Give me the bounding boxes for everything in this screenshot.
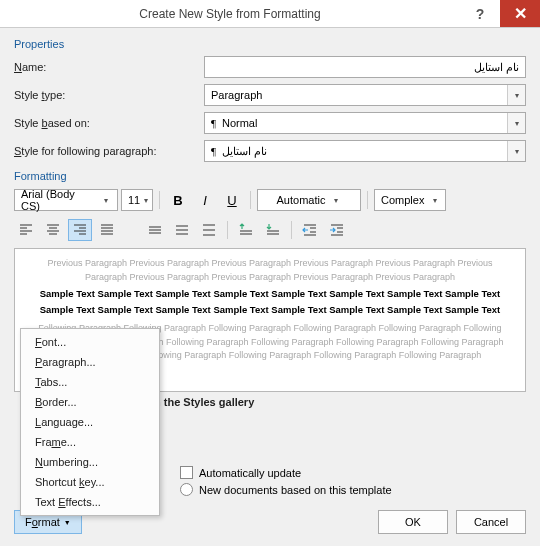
format-menu-tabs[interactable]: Tabs... [21, 372, 159, 392]
chevron-down-icon: ▾ [99, 190, 113, 210]
format-menu: Font... Paragraph... Tabs... Border... L… [20, 328, 160, 516]
following-style-select[interactable]: ¶ نام استایل ▾ [204, 140, 526, 162]
new-documents-label: New documents based on this template [199, 484, 392, 496]
format-menu-frame[interactable]: Frame... [21, 432, 159, 452]
formatting-toolbar-1: Arial (Body CS) ▾ 11 ▾ B I U Automatic ▾… [14, 188, 526, 212]
italic-button[interactable]: I [193, 189, 217, 211]
preview-previous-text: Previous Paragraph Previous Paragraph Pr… [27, 257, 513, 284]
justify-button[interactable] [95, 219, 119, 241]
ok-button[interactable]: OK [378, 510, 448, 534]
titlebar-buttons: ? ✕ [460, 0, 540, 27]
underline-button[interactable]: U [220, 189, 244, 211]
increase-indent-button[interactable] [325, 219, 349, 241]
chevron-down-icon: ▾ [507, 85, 525, 105]
paragraph-mark-icon: ¶ [211, 117, 216, 129]
name-label: Name: [14, 61, 204, 73]
format-menu-language[interactable]: Language... [21, 412, 159, 432]
space-before-increase-button[interactable] [234, 219, 258, 241]
align-center-button[interactable] [41, 219, 65, 241]
new-documents-radio[interactable] [180, 483, 193, 496]
paragraph-mark-icon: ¶ [211, 145, 216, 157]
align-right-button[interactable] [68, 219, 92, 241]
format-menu-font[interactable]: Font... [21, 332, 159, 352]
preview-sample-text: Sample Text Sample Text Sample Text Samp… [27, 286, 513, 318]
auto-update-label: Automatically update [199, 467, 301, 479]
chevron-down-icon: ▾ [507, 113, 525, 133]
chevron-down-icon: ▾ [144, 190, 148, 210]
name-input[interactable] [204, 56, 526, 78]
based-on-label: Style based on: [14, 117, 204, 129]
line-spacing-2-button[interactable] [197, 219, 221, 241]
format-menu-shortcut-key[interactable]: Shortcut key... [21, 472, 159, 492]
script-select[interactable]: Complex ▾ [374, 189, 446, 211]
bottom-options: Automatically update New documents based… [180, 466, 392, 500]
chevron-down-icon: ▾ [507, 141, 525, 161]
style-type-select[interactable]: Paragraph ▾ [204, 84, 526, 106]
space-before-decrease-button[interactable] [261, 219, 285, 241]
formatting-section-label: Formatting [14, 170, 526, 182]
format-menu-paragraph[interactable]: Paragraph... [21, 352, 159, 372]
chevron-down-icon: ▾ [428, 190, 441, 210]
cancel-button[interactable]: Cancel [456, 510, 526, 534]
line-spacing-15-button[interactable] [170, 219, 194, 241]
dialog-body: Properties Name: Style type: Paragraph ▾… [0, 28, 540, 546]
style-type-label: Style type: [14, 89, 204, 101]
format-menu-numbering[interactable]: Numbering... [21, 452, 159, 472]
close-button[interactable]: ✕ [500, 0, 540, 27]
align-left-button[interactable] [14, 219, 38, 241]
chevron-down-icon: ▾ [329, 190, 343, 210]
font-color-select[interactable]: Automatic ▾ [257, 189, 361, 211]
format-menu-text-effects[interactable]: Text Effects... [21, 492, 159, 512]
format-menu-border[interactable]: Border... [21, 392, 159, 412]
decrease-indent-button[interactable] [298, 219, 322, 241]
titlebar: Create New Style from Formatting ? ✕ [0, 0, 540, 28]
bold-button[interactable]: B [166, 189, 190, 211]
help-button[interactable]: ? [460, 0, 500, 27]
footer-buttons: OK Cancel [378, 510, 526, 534]
properties-section-label: Properties [14, 38, 526, 50]
dropdown-arrow-icon: ▼ [64, 519, 71, 526]
formatting-toolbar-2 [14, 218, 526, 242]
font-name-select[interactable]: Arial (Body CS) ▾ [14, 189, 118, 211]
following-style-label: Style for following paragraph: [14, 145, 204, 157]
dialog-title: Create New Style from Formatting [0, 7, 460, 21]
font-size-select[interactable]: 11 ▾ [121, 189, 153, 211]
auto-update-checkbox[interactable] [180, 466, 193, 479]
based-on-select[interactable]: ¶ Normal ▾ [204, 112, 526, 134]
line-spacing-1-button[interactable] [143, 219, 167, 241]
